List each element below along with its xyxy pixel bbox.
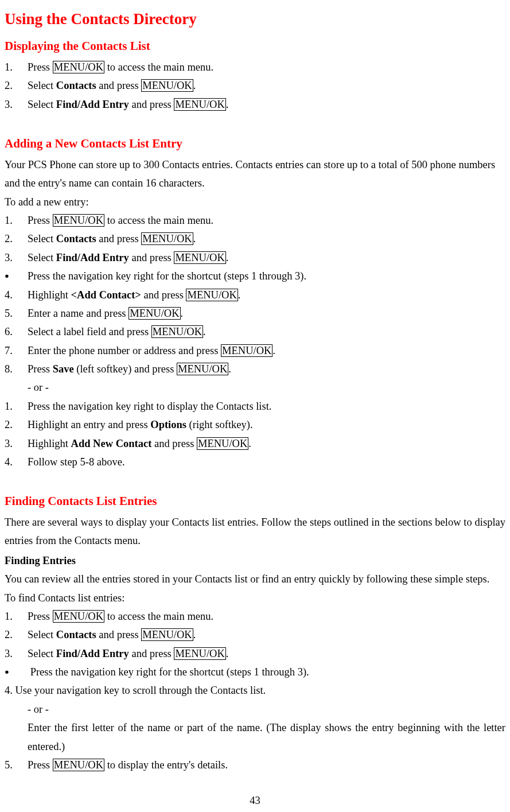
text: Highlight	[28, 438, 71, 449]
list-item: ● Press the navigation key right for the…	[5, 663, 505, 681]
list-item: 5.Enter a name and press MENU/OK.	[5, 304, 505, 323]
paragraph: To find Contacts list entries:	[5, 589, 505, 607]
text: Select a label field and press	[28, 326, 151, 337]
list-item: 3.Select Find/Add Entry and press MENU/O…	[5, 95, 505, 114]
text: (right softkey).	[186, 419, 253, 430]
text: Highlight	[28, 289, 71, 301]
key-label: MENU/OK	[53, 214, 104, 227]
bold-text: Save	[53, 363, 74, 375]
text: and press	[129, 99, 174, 110]
list-adding-alt: 1.Press the navigation key right to disp…	[5, 397, 505, 472]
text: to display the entry's details.	[104, 759, 228, 771]
paragraph: To add a new entry:	[5, 193, 505, 211]
bold-text: Options	[150, 419, 186, 430]
list-item: 2.Select Contacts and press MENU/OK.	[5, 625, 505, 644]
key-label: MENU/OK	[141, 79, 193, 92]
list-item: 1.Press the navigation key right to disp…	[5, 397, 505, 415]
paragraph: You can review all the entries stored in…	[5, 570, 505, 588]
key-label: MENU/OK	[186, 289, 238, 301]
paragraph: There are several ways to display your C…	[5, 513, 505, 550]
key-label: MENU/OK	[141, 628, 193, 641]
list-item: 2.Highlight an entry and press Options (…	[5, 415, 505, 434]
text: and press	[151, 438, 197, 449]
text: Press the navigation key right for the s…	[30, 666, 309, 678]
text: to access the main menu.	[104, 215, 213, 226]
text: .	[226, 252, 229, 263]
text: Press	[28, 61, 53, 73]
list-item: 5.Press MENU/OK to display the entry's d…	[5, 756, 505, 774]
key-label: MENU/OK	[129, 307, 180, 320]
text: Select	[28, 648, 56, 659]
text: .	[226, 99, 229, 110]
text: Select	[28, 252, 56, 263]
text: and press	[129, 252, 174, 263]
list-adding: 1.Press MENU/OK to access the main menu.…	[5, 211, 505, 378]
key-label: MENU/OK	[174, 98, 225, 111]
list-item: 1.Press MENU/OK to access the main menu.	[5, 607, 505, 625]
list-item: 4.Follow step 5-8 above.	[5, 453, 505, 471]
text: Press the navigation key right for the s…	[28, 270, 306, 282]
key-label: MENU/OK	[53, 759, 104, 771]
key-label: MENU/OK	[53, 61, 104, 73]
text: .	[181, 308, 184, 319]
text: and press	[96, 233, 142, 244]
list-item: ●Press the navigation key right for the …	[5, 267, 505, 285]
list-item: 3.Select Find/Add Entry and press MENU/O…	[5, 644, 505, 663]
bold-text: Contacts	[56, 233, 96, 244]
text: .	[228, 363, 231, 375]
bold-text: <Add Contact>	[71, 289, 141, 301]
text: Select	[28, 233, 56, 244]
text: .	[193, 629, 196, 640]
text: .	[226, 648, 229, 659]
text: .	[248, 438, 251, 449]
text: Press	[28, 759, 53, 771]
text: (left softkey) and press	[74, 363, 177, 375]
text: Press the navigation key right to displa…	[28, 401, 271, 412]
bold-text: Find/Add Entry	[56, 648, 129, 659]
list-finding-cont: 5.Press MENU/OK to display the entry's d…	[5, 756, 505, 774]
text: Follow step 5-8 above.	[28, 456, 125, 468]
text: and press	[96, 629, 142, 640]
bold-text: Contacts	[56, 629, 96, 640]
text: Enter a name and press	[28, 308, 129, 319]
bold-text: Contacts	[56, 80, 96, 91]
text: Press	[28, 215, 53, 226]
text: to access the main menu.	[104, 61, 213, 73]
section-heading-adding: Adding a New Contacts List Entry	[5, 133, 505, 154]
text: .	[272, 345, 275, 356]
key-label: MENU/OK	[174, 251, 225, 264]
page-title: Using the Contacts Directory	[5, 6, 505, 33]
key-label: MENU/OK	[151, 325, 203, 338]
or-divider: - or -	[5, 378, 505, 397]
key-label: MENU/OK	[197, 437, 248, 450]
text: to access the main menu.	[104, 611, 213, 622]
or-divider: - or -	[5, 700, 505, 718]
key-label: MENU/OK	[141, 232, 193, 245]
paragraph: Your PCS Phone can store up to 300 Conta…	[5, 156, 505, 193]
text: Select	[28, 629, 56, 640]
bold-text: Add New Contact	[71, 438, 152, 449]
list-displaying: 1.Press MENU/OK to access the main menu.…	[5, 58, 505, 114]
list-finding: 1.Press MENU/OK to access the main menu.…	[5, 607, 505, 682]
list-item: 1.Press MENU/OK to access the main menu.	[5, 58, 505, 76]
list-item: 8.Press Save (left softkey) and press ME…	[5, 360, 505, 378]
key-label: MENU/OK	[221, 344, 272, 357]
list-item: 1.Press MENU/OK to access the main menu.	[5, 211, 505, 230]
section-heading-finding: Finding Contacts List Entries	[5, 491, 505, 512]
text: and press	[129, 648, 174, 659]
section-heading-displaying: Displaying the Contacts List	[5, 36, 505, 57]
text: .	[193, 80, 196, 91]
text: .	[238, 289, 241, 301]
text: .	[193, 233, 196, 244]
key-label: MENU/OK	[174, 647, 225, 660]
list-item: 3.Highlight Add New Contact and press ME…	[5, 434, 505, 453]
text: .	[203, 326, 206, 337]
list-item: 4.Highlight <Add Contact> and press MENU…	[5, 286, 505, 304]
text: Select	[28, 99, 56, 110]
list-item: 7.Enter the phone number or address and …	[5, 341, 505, 360]
text: Press	[28, 363, 53, 375]
bold-text: Find/Add Entry	[56, 99, 129, 110]
text: Press	[28, 611, 53, 622]
bold-text: Find/Add Entry	[56, 252, 129, 263]
text: and press	[96, 80, 142, 91]
